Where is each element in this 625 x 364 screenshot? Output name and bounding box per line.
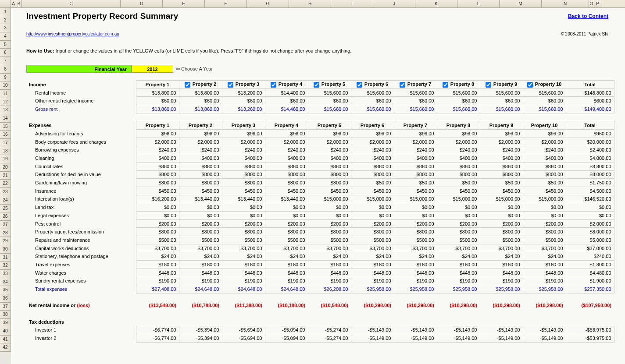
cell[interactable]: $27,408.00 [136, 285, 179, 293]
cell[interactable]: $25,958.00 [351, 285, 394, 293]
row-header-17[interactable]: 17 [0, 139, 11, 147]
column-header-J[interactable]: J [373, 0, 415, 7]
cell[interactable]: $448.00 [265, 269, 308, 277]
cell[interactable]: $2,000.00 [480, 138, 523, 146]
cell[interactable]: $0.00 [222, 212, 265, 220]
row-header-37[interactable]: 37 [0, 303, 11, 311]
cell[interactable]: $50.00 [394, 179, 437, 187]
cell[interactable]: $240.00 [480, 146, 523, 154]
column-header-I[interactable]: I [331, 0, 373, 7]
row-header-15[interactable]: 15 [0, 123, 11, 131]
header-cell[interactable]: Total [566, 81, 614, 89]
cell[interactable]: $500.00 [265, 236, 308, 244]
row-header-34[interactable]: 34 [0, 278, 11, 286]
cell[interactable]: $50.00 [351, 179, 394, 187]
cell[interactable]: Sundry rental expenses [26, 277, 136, 285]
cell[interactable]: Expenses [26, 121, 136, 130]
cell[interactable]: $15,660.00 [480, 105, 523, 113]
cell[interactable]: $15,000.00 [437, 195, 480, 203]
cell[interactable]: $25,958.00 [437, 285, 480, 293]
cell[interactable]: $3,700.00 [523, 244, 566, 252]
cell[interactable]: $0.00 [566, 212, 614, 220]
cell[interactable]: $96.00 [179, 130, 222, 138]
cell[interactable]: $96.00 [265, 130, 308, 138]
cell[interactable]: $300.00 [179, 179, 222, 187]
cell[interactable]: $880.00 [394, 162, 437, 170]
cell[interactable]: Tax deductions [26, 318, 614, 326]
cell[interactable]: $2,400.00 [566, 146, 614, 154]
cell[interactable]: $200.00 [437, 219, 480, 228]
cell[interactable]: $800.00 [179, 228, 222, 236]
cell[interactable]: $240.00 [136, 146, 179, 154]
cell[interactable]: -$53,975.00 [566, 326, 614, 334]
row-header-33[interactable]: 33 [0, 270, 11, 278]
financial-year-input[interactable]: 2012 [132, 65, 173, 73]
cell[interactable]: $15,660.00 [523, 105, 566, 113]
cell[interactable]: $880.00 [437, 162, 480, 170]
cell[interactable]: $400.00 [480, 154, 523, 163]
cell[interactable]: $880.00 [308, 162, 351, 170]
cell[interactable]: $200.00 [480, 219, 523, 228]
cell[interactable]: $180.00 [351, 261, 394, 269]
row-header-16[interactable]: 16 [0, 131, 11, 139]
property-toggle-checkbox[interactable] [486, 82, 491, 88]
row-header-24[interactable]: 24 [0, 196, 11, 205]
cell[interactable]: $50.00 [523, 179, 566, 187]
cell[interactable]: $448.00 [523, 269, 566, 277]
cell[interactable]: $15,600.00 [308, 88, 351, 97]
cell[interactable]: $450.00 [222, 187, 265, 195]
header-cell[interactable]: Property 10 [523, 121, 566, 130]
cell[interactable]: Insurance [26, 187, 136, 195]
cell[interactable]: $0.00 [308, 203, 351, 212]
cell[interactable]: $24,648.00 [179, 285, 222, 293]
header-cell[interactable]: Total [566, 121, 614, 130]
cell[interactable]: $24.00 [394, 252, 437, 261]
cell[interactable]: $1,750.00 [566, 179, 614, 187]
property-toggle-checkbox[interactable] [527, 82, 533, 88]
cell[interactable]: $15,000.00 [394, 195, 437, 203]
property-toggle-checkbox[interactable] [271, 82, 276, 88]
cell[interactable]: $15,000.00 [480, 195, 523, 203]
cell[interactable]: $800.00 [308, 170, 351, 179]
cell[interactable]: $13,860.00 [136, 105, 179, 113]
cell[interactable]: ($10,188.00) [265, 301, 308, 310]
row-header-19[interactable]: 19 [0, 155, 11, 163]
cell[interactable]: ($11,388.00) [222, 301, 265, 310]
cell[interactable]: $13,800.00 [136, 88, 179, 97]
cell[interactable]: $2,000.00 [222, 138, 265, 146]
cell[interactable] [26, 113, 614, 121]
cell[interactable]: $200.00 [222, 219, 265, 228]
header-cell[interactable]: Property 7 [394, 81, 437, 89]
header-cell[interactable]: Property 1 [136, 121, 179, 130]
cell[interactable]: $240.00 [351, 146, 394, 154]
cell[interactable]: -$53,975.00 [566, 334, 614, 343]
cell[interactable]: $500.00 [437, 236, 480, 244]
cell[interactable]: $15,600.00 [523, 88, 566, 97]
cell[interactable]: $13,260.00 [222, 105, 265, 113]
cell[interactable]: Stationery, telephone and postage [26, 252, 136, 261]
header-cell[interactable]: Property 6 [351, 121, 394, 130]
cell[interactable]: $448.00 [179, 269, 222, 277]
cell[interactable]: Gross rent [26, 105, 136, 113]
cell[interactable]: $0.00 [351, 203, 394, 212]
cell[interactable]: $800.00 [437, 228, 480, 236]
cell[interactable]: $450.00 [523, 187, 566, 195]
cell[interactable]: $0.00 [222, 203, 265, 212]
column-header-C[interactable]: C [22, 0, 121, 7]
row-header-35[interactable]: 35 [0, 286, 11, 294]
row-header-7[interactable]: 7 [0, 57, 11, 65]
cell[interactable]: $149,400.00 [566, 105, 614, 113]
cell[interactable]: $800.00 [480, 228, 523, 236]
column-header-B[interactable]: B [16, 0, 22, 7]
cell[interactable]: -$5,149.00 [351, 326, 394, 334]
cell[interactable]: -$6,774.00 [136, 326, 179, 334]
cell[interactable]: $15,000.00 [523, 195, 566, 203]
cell[interactable]: Land tax [26, 203, 136, 212]
grid-content[interactable]: Investment Property Record Summary Back … [11, 8, 625, 364]
cell[interactable]: $24,648.00 [222, 285, 265, 293]
cell[interactable]: $16,200.00 [136, 195, 179, 203]
cell[interactable]: -$5,394.00 [179, 326, 222, 334]
cell[interactable]: $800.00 [222, 228, 265, 236]
row-header-42[interactable]: 42 [0, 343, 11, 352]
cell[interactable]: $24.00 [437, 252, 480, 261]
